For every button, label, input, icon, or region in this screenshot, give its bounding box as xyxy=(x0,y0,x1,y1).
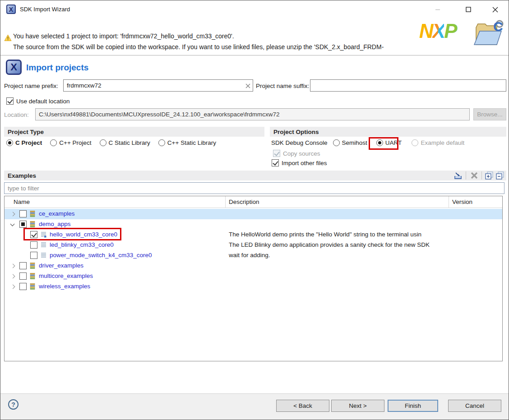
help-button[interactable]: ? xyxy=(8,399,19,410)
location-label: Location: xyxy=(4,111,29,118)
location-input[interactable]: C:\Users\nxf49881\Documents\MCUXpressoID… xyxy=(35,108,470,120)
sdk-debug-console-row: SDK Debug Console Semihost UART Example … xyxy=(271,139,464,146)
tree-row-led-blinky-cm33-core0[interactable]: led_blinky_cm33_core0 The LED Blinky dem… xyxy=(5,240,502,250)
chevron-right-icon[interactable] xyxy=(11,264,15,268)
use-default-location-label: Use default location xyxy=(16,98,70,105)
row-checkbox[interactable] xyxy=(30,241,37,249)
radio-semihost[interactable] xyxy=(333,139,340,146)
table-header-row: Name Description Version xyxy=(5,196,502,208)
use-default-location-row[interactable]: Use default location xyxy=(6,97,70,105)
browse-button[interactable]: Browse... xyxy=(473,108,506,120)
app-icon-letter: X xyxy=(9,6,13,13)
copy-sources-checkbox[interactable] xyxy=(273,150,280,157)
warning-message-line2: The source from the SDK will be copied i… xyxy=(13,43,384,51)
example-icon xyxy=(41,252,46,260)
project-options-header: Project Options xyxy=(270,127,506,137)
row-checkbox[interactable] xyxy=(30,252,37,259)
cpp-project-label: C++ Project xyxy=(59,139,91,146)
use-default-location-checkbox[interactable] xyxy=(6,97,14,105)
radio-c-project[interactable] xyxy=(6,139,13,146)
radio-cpp-project[interactable] xyxy=(50,139,57,146)
tree-item-label: driver_examples xyxy=(39,262,83,269)
tree-item-label: power_mode_switch_k4_cm33_core0 xyxy=(50,252,152,258)
column-header-name[interactable]: Name xyxy=(14,198,30,205)
column-header-description[interactable]: Description xyxy=(229,198,259,205)
warning-icon xyxy=(4,34,12,43)
tree-item-label: hello_world_cm33_core0 xyxy=(50,231,117,238)
example-default-label: Example default xyxy=(421,139,464,146)
import-other-files-row[interactable]: Import other files xyxy=(272,159,327,166)
toolbar-separator xyxy=(481,171,482,180)
uart-label: UART xyxy=(385,139,402,146)
maximize-button[interactable] xyxy=(460,0,477,18)
tree-row-hello-world-cm33-core0[interactable]: hello_world_cm33_core0 The HelloWorld de… xyxy=(5,230,502,240)
tree-item-label: wireless_examples xyxy=(39,283,90,290)
examples-header: Examples xyxy=(4,171,506,180)
toolbar-separator xyxy=(466,171,466,180)
radio-c-static-library[interactable] xyxy=(100,139,106,146)
suffix-input[interactable] xyxy=(310,79,506,92)
close-button[interactable] xyxy=(486,0,504,18)
tree-row-ce-examples[interactable]: ce_examples xyxy=(5,209,502,219)
row-checkbox[interactable] xyxy=(19,272,27,280)
prefix-input[interactable] xyxy=(63,79,253,92)
clear-selection-button[interactable] xyxy=(469,171,480,180)
tree-item-label: led_blinky_cm33_core0 xyxy=(50,241,114,248)
svg-text:C: C xyxy=(493,19,503,34)
nxp-logo: NXP xyxy=(419,21,456,41)
row-checkbox[interactable] xyxy=(19,262,27,269)
nxp-letter-p: P xyxy=(444,20,456,42)
row-description: wait for adding. xyxy=(229,252,448,258)
tree-row-power-mode-switch-k4-cm33-core0[interactable]: power_mode_switch_k4_cm33_core0 wait for… xyxy=(5,250,502,261)
row-checkbox[interactable] xyxy=(19,210,27,217)
cancel-button[interactable]: Cancel xyxy=(448,400,501,412)
window-title: SDK Import Wizard xyxy=(20,6,70,13)
collapse-all-icon xyxy=(496,171,504,180)
expand-all-button[interactable] xyxy=(484,171,495,180)
title-bar: X SDK Import Wizard xyxy=(0,0,509,18)
suffix-label: Project name suffix: xyxy=(256,83,309,89)
chevron-down-icon[interactable] xyxy=(10,222,15,227)
cpp-static-library-label: C++ Static Library xyxy=(167,139,216,146)
radio-uart[interactable] xyxy=(376,139,383,146)
c-static-library-label: C Static Library xyxy=(109,139,150,146)
tree-row-demo-apps[interactable]: demo_apps xyxy=(5,219,502,230)
tree-item-label: multicore_examples xyxy=(39,272,93,279)
chevron-right-icon[interactable] xyxy=(11,285,15,289)
examples-filter-input[interactable] xyxy=(4,182,504,194)
tree-row-wireless-examples[interactable]: wireless_examples xyxy=(5,282,502,292)
wizard-banner: You have selected 1 project to import: '… xyxy=(0,18,509,55)
minimize-icon xyxy=(435,7,440,12)
row-checkbox[interactable] xyxy=(19,283,27,290)
maximize-icon xyxy=(466,7,471,12)
row-checkbox[interactable] xyxy=(30,231,37,238)
project-type-header: Project Type xyxy=(4,127,264,137)
warning-message-line1: You have selected 1 project to import: '… xyxy=(13,32,234,40)
nxp-letter-n: N xyxy=(419,20,432,42)
clear-prefix-icon[interactable] xyxy=(244,82,251,89)
row-description: The LED Blinky demo application provides… xyxy=(229,241,448,248)
radio-cpp-static-library[interactable] xyxy=(158,139,165,146)
column-header-version[interactable]: Version xyxy=(452,198,472,205)
column-resizer[interactable] xyxy=(449,196,449,208)
import-example-archive-button[interactable] xyxy=(453,171,463,180)
finish-button[interactable]: Finish xyxy=(388,400,438,412)
chevron-right-icon[interactable] xyxy=(11,212,15,217)
row-checkbox[interactable] xyxy=(19,221,27,228)
tree-row-driver-examples[interactable]: driver_examples xyxy=(5,261,502,271)
minimize-button[interactable] xyxy=(429,0,446,18)
tree-item-label: demo_apps xyxy=(39,221,71,227)
back-button[interactable]: < Back xyxy=(276,400,329,412)
import-other-files-checkbox[interactable] xyxy=(272,159,279,166)
button-bar: ? < Back Next > Finish Cancel xyxy=(0,393,509,420)
chevron-right-icon[interactable] xyxy=(11,274,15,279)
category-icon xyxy=(30,211,35,219)
tree-row-multicore-examples[interactable]: multicore_examples xyxy=(5,271,502,282)
collapse-all-button[interactable] xyxy=(495,171,505,180)
close-icon xyxy=(492,7,498,13)
radio-example-default[interactable] xyxy=(412,139,418,146)
column-resizer[interactable] xyxy=(225,196,226,208)
next-button[interactable]: Next > xyxy=(331,400,384,412)
import-other-files-label: Import other files xyxy=(282,160,327,166)
sdk-debug-console-label: SDK Debug Console xyxy=(271,139,328,146)
